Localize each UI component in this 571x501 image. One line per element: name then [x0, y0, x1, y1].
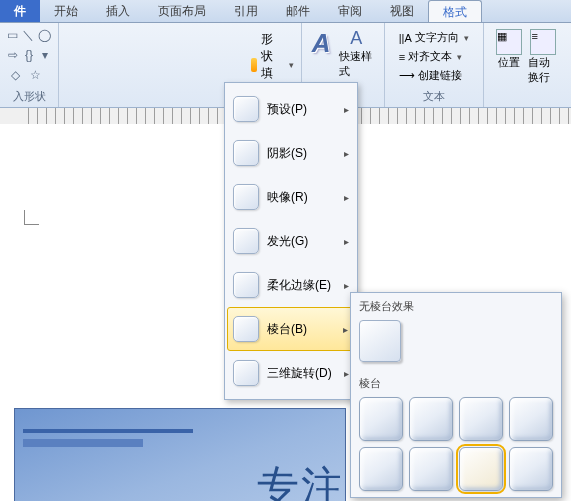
tab-view[interactable]: 视图: [376, 0, 428, 22]
bevel-option-1[interactable]: [359, 397, 403, 441]
submenu-arrow-icon: ▸: [344, 368, 349, 379]
shape-rect-icon[interactable]: ▭: [6, 26, 19, 44]
fx-glow[interactable]: 发光(G) ▸: [227, 219, 355, 263]
bevel-option-6[interactable]: [409, 447, 453, 491]
fx-reflection-label: 映像(R): [267, 189, 308, 206]
wrap-text-button[interactable]: ≡ 自动换行: [528, 29, 559, 85]
group-text-label: 文本: [391, 89, 477, 106]
no-bevel-option[interactable]: [359, 320, 401, 362]
ribbon-tabs: 件 开始 插入 页面布局 引用 邮件 审阅 视图 格式: [0, 0, 571, 23]
bevel-option-2[interactable]: [409, 397, 453, 441]
shape-arrow-icon[interactable]: ⇨: [6, 46, 20, 64]
quick-styles-label: 快速样式: [339, 49, 374, 79]
fill-icon: [251, 58, 257, 72]
fx-soft-edges-label: 柔化边缘(E): [267, 277, 331, 294]
submenu-arrow-icon: ▸: [344, 236, 349, 247]
text-direction-label: 文字方向: [415, 30, 459, 45]
bevel-option-5[interactable]: [359, 447, 403, 491]
shape-bracket-icon[interactable]: {}: [22, 46, 36, 64]
wrap-text-label: 自动换行: [528, 55, 559, 85]
link-icon: ⟶: [399, 69, 415, 82]
inserted-picture[interactable]: 专注 应用技术: [14, 408, 346, 501]
bevel-icon: [233, 316, 259, 342]
create-link-label: 创建链接: [418, 68, 462, 83]
tab-references[interactable]: 引用: [220, 0, 272, 22]
shadow-icon: [233, 140, 259, 166]
position-label: 位置: [498, 55, 520, 70]
shape-line-icon[interactable]: ＼: [21, 26, 35, 44]
fx-glow-label: 发光(G): [267, 233, 308, 250]
submenu-arrow-icon: ▸: [344, 192, 349, 203]
bevel-gallery: [351, 395, 561, 493]
rotation-3d-icon: [233, 360, 259, 386]
tab-insert[interactable]: 插入: [92, 0, 144, 22]
shape-star-icon[interactable]: ☆: [26, 66, 44, 84]
group-insert-shapes-label: 入形状: [6, 89, 52, 106]
soft-edges-icon: [233, 272, 259, 298]
text-direction-icon: ||A: [399, 32, 412, 44]
fx-bevel-label: 棱台(B): [267, 321, 307, 338]
bevel-option-4[interactable]: [509, 397, 553, 441]
tab-page-layout[interactable]: 页面布局: [144, 0, 220, 22]
tab-format[interactable]: 格式: [428, 0, 482, 22]
fx-soft-edges[interactable]: 柔化边缘(E) ▸: [227, 263, 355, 307]
align-text-label: 对齐文本: [408, 49, 452, 64]
text-direction-button[interactable]: ||A 文字方向▾: [397, 29, 471, 46]
bevel-submenu: 无棱台效果 棱台: [350, 292, 562, 498]
tab-mailings[interactable]: 邮件: [272, 0, 324, 22]
reflection-icon: [233, 184, 259, 210]
create-link-button[interactable]: ⟶ 创建链接: [397, 67, 471, 84]
glow-icon: [233, 228, 259, 254]
page-margin-marker: [24, 210, 39, 225]
align-text-button[interactable]: ≡ 对齐文本▾: [397, 48, 471, 65]
dropdown-arrow-icon: ▾: [289, 60, 294, 70]
fx-preset[interactable]: 预设(P) ▸: [227, 87, 355, 131]
bevel-option-7[interactable]: [459, 447, 503, 491]
submenu-arrow-icon: ▸: [343, 324, 348, 335]
fx-shadow-label: 阴影(S): [267, 145, 307, 162]
preset-icon: [233, 96, 259, 122]
submenu-arrow-icon: ▸: [344, 148, 349, 159]
shape-effects-menu: 预设(P) ▸ 阴影(S) ▸ 映像(R) ▸ 发光(G) ▸ 柔化边缘(E) …: [224, 82, 358, 400]
fx-bevel[interactable]: 棱台(B) ▸: [227, 307, 355, 351]
quick-styles-button[interactable]: A 快速样式: [335, 26, 378, 81]
shape-oval-icon[interactable]: ◯: [37, 26, 52, 44]
tab-home[interactable]: 开始: [40, 0, 92, 22]
align-text-icon: ≡: [399, 51, 405, 63]
position-button[interactable]: ▦ 位置: [496, 29, 522, 70]
bevel-section-header: 棱台: [351, 370, 561, 395]
wordart-gallery-icon[interactable]: A: [308, 26, 335, 61]
submenu-arrow-icon: ▸: [344, 104, 349, 115]
bevel-option-3[interactable]: [459, 397, 503, 441]
shape-callout-icon[interactable]: ◇: [6, 66, 24, 84]
fx-shadow[interactable]: 阴影(S) ▸: [227, 131, 355, 175]
fx-reflection[interactable]: 映像(R) ▸: [227, 175, 355, 219]
submenu-arrow-icon: ▸: [344, 280, 349, 291]
tab-file[interactable]: 件: [0, 0, 40, 22]
no-bevel-header: 无棱台效果: [351, 293, 561, 318]
shape-more-icon[interactable]: ▾: [38, 46, 52, 64]
fx-preset-label: 预设(P): [267, 101, 307, 118]
picture-text-1: 专注: [257, 459, 345, 501]
bevel-option-8[interactable]: [509, 447, 553, 491]
tab-review[interactable]: 审阅: [324, 0, 376, 22]
fx-3d-rotation[interactable]: 三维旋转(D) ▸: [227, 351, 355, 395]
fx-3d-rotation-label: 三维旋转(D): [267, 365, 332, 382]
